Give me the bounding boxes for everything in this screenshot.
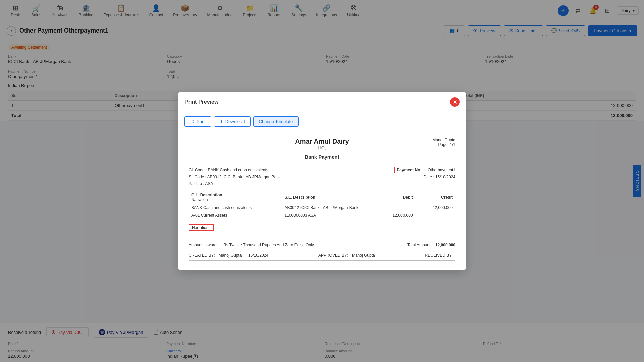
modal-toolbar: 🖨 Print ⬇ Download Change Template [178, 112, 466, 121]
modal-title: Print Preview [184, 99, 218, 105]
print-label: Print [197, 119, 206, 121]
change-template-label: Change Template [259, 119, 293, 121]
print-preview-modal: Print Preview ✕ 🖨 Print ⬇ Download Chang… [178, 92, 466, 121]
download-button[interactable]: ⬇ Download [214, 116, 251, 121]
modal-overlay[interactable]: Print Preview ✕ 🖨 Print ⬇ Download Chang… [0, 0, 644, 121]
modal-close-button[interactable]: ✕ [450, 97, 460, 107]
modal-header: Print Preview ✕ [178, 92, 466, 112]
close-icon: ✕ [453, 99, 457, 105]
download-label: Download [225, 119, 245, 121]
change-template-button[interactable]: Change Template [253, 116, 299, 121]
print-button[interactable]: 🖨 Print [184, 116, 211, 121]
print-icon: 🖨 [190, 119, 195, 121]
download-icon: ⬇ [220, 119, 223, 121]
